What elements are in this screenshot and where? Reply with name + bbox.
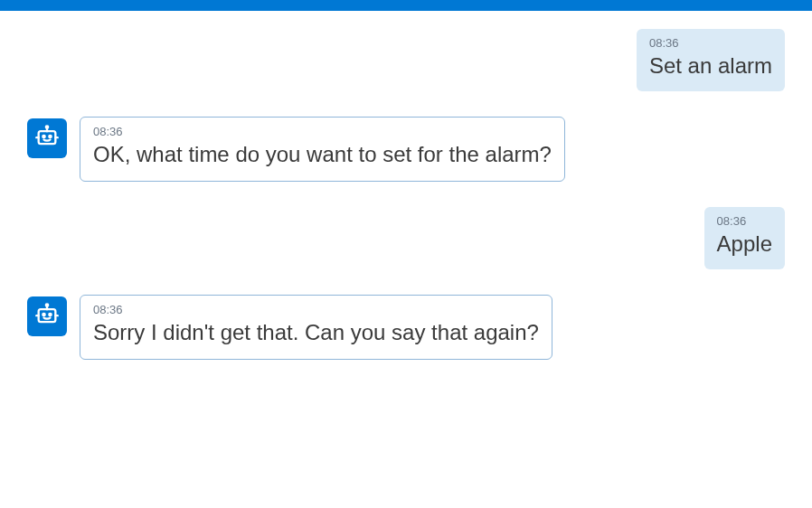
bot-avatar — [27, 118, 67, 158]
message-text: OK, what time do you want to set for the… — [93, 140, 552, 169]
bot-avatar — [27, 296, 67, 336]
bot-icon — [34, 302, 60, 331]
chat-row-bot: 08:36 Sorry I didn't get that. Can you s… — [27, 295, 785, 359]
chat-row-bot: 08:36 OK, what time do you want to set f… — [27, 117, 785, 181]
bot-message-bubble[interactable]: 08:36 OK, what time do you want to set f… — [80, 117, 565, 181]
message-text: Apple — [717, 230, 772, 259]
svg-point-3 — [42, 136, 44, 137]
svg-point-9 — [46, 305, 48, 306]
message-timestamp: 08:36 — [649, 36, 772, 50]
svg-point-4 — [49, 136, 51, 137]
bot-icon — [34, 124, 60, 153]
svg-rect-0 — [39, 132, 56, 145]
message-text: Set an alarm — [649, 52, 772, 80]
bot-message-bubble[interactable]: 08:36 Sorry I didn't get that. Can you s… — [80, 295, 552, 359]
message-timestamp: 08:36 — [93, 303, 539, 316]
svg-point-2 — [46, 127, 48, 128]
message-text: Sorry I didn't get that. Can you say tha… — [93, 318, 539, 347]
message-timestamp: 08:36 — [93, 125, 552, 138]
chat-row-user: 08:36 Apple — [27, 207, 785, 269]
user-message-bubble[interactable]: 08:36 Apple — [704, 207, 785, 269]
svg-point-11 — [49, 314, 51, 315]
chat-area: 08:36 Set an alarm 08:36 OK, wha — [0, 11, 812, 403]
svg-rect-7 — [39, 309, 56, 322]
user-message-bubble[interactable]: 08:36 Set an alarm — [637, 29, 785, 91]
message-timestamp: 08:36 — [717, 214, 772, 228]
svg-point-10 — [42, 314, 44, 315]
header-bar — [0, 0, 812, 11]
chat-row-user: 08:36 Set an alarm — [27, 29, 785, 91]
